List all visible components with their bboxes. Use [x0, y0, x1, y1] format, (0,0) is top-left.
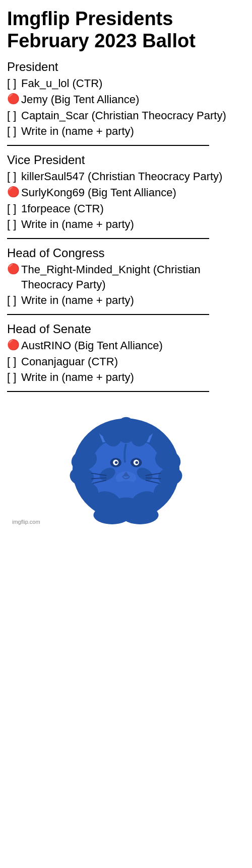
section-president: President [ ] Fak_u_lol (CTR) 🔴 Jemy (Bi…	[7, 60, 245, 139]
logo-section: imgflip.com	[7, 399, 245, 535]
svg-rect-38	[103, 511, 149, 520]
radio-filled-icon: 🔴	[7, 185, 20, 199]
candidate-label: Conanjaguar (CTR)	[21, 354, 118, 369]
svg-point-23	[115, 461, 118, 464]
list-item[interactable]: [ ] 1forpeace (CTR)	[7, 201, 245, 216]
section-title-vice-president: Vice President	[7, 153, 245, 167]
list-item[interactable]: 🔴 AustRINO (Big Tent Alliance)	[7, 338, 245, 353]
list-item[interactable]: [ ] Fak_u_lol (CTR)	[7, 76, 245, 91]
checkbox-icon: [ ]	[7, 124, 20, 139]
candidate-label: killerSaul547 (Christian Theocracy Party…	[21, 169, 222, 184]
radio-filled-icon: 🔴	[7, 92, 20, 106]
list-item[interactable]: [ ] Write in (name + party)	[7, 293, 245, 308]
checkbox-icon: [ ]	[7, 201, 20, 216]
list-item[interactable]: 🔴 SurlyKong69 (Big Tent Alliance)	[7, 185, 245, 200]
candidate-label: 1forpeace (CTR)	[21, 201, 104, 216]
section-title-president: President	[7, 60, 245, 74]
candidate-label: Write in (name + party)	[21, 370, 134, 385]
svg-point-29	[114, 481, 138, 494]
checkbox-icon: [ ]	[7, 169, 20, 184]
divider	[7, 314, 209, 315]
candidate-label: AustRINO (Big Tent Alliance)	[21, 338, 163, 353]
page-title: Imgflip Presidents February 2023 Ballot	[7, 8, 245, 52]
candidate-label: Captain_Scar (Christian Theocracy Party)	[21, 108, 226, 123]
section-head-of-congress: Head of Congress 🔴 The_Right-Minded_Knig…	[7, 246, 245, 308]
radio-filled-icon: 🔴	[7, 262, 20, 276]
list-item[interactable]: [ ] killerSaul547 (Christian Theocracy P…	[7, 169, 245, 184]
list-item[interactable]: 🔴 The_Right-Minded_Knight (Christian The…	[7, 262, 245, 292]
checkbox-icon: [ ]	[7, 293, 20, 308]
checkbox-icon: [ ]	[7, 76, 20, 91]
section-head-of-senate: Head of Senate 🔴 AustRINO (Big Tent Alli…	[7, 322, 245, 385]
checkbox-icon: [ ]	[7, 217, 20, 232]
radio-filled-icon: 🔴	[7, 338, 20, 352]
svg-point-24	[135, 461, 138, 464]
candidate-label: SurlyKong69 (Big Tent Alliance)	[21, 185, 176, 200]
candidate-label: The_Right-Minded_Knight (Christian Theoc…	[21, 262, 245, 292]
page: Imgflip Presidents February 2023 Ballot …	[0, 0, 252, 540]
divider	[7, 238, 209, 239]
lion-logo	[55, 409, 197, 530]
watermark: imgflip.com	[12, 519, 40, 525]
section-vice-president: Vice President [ ] killerSaul547 (Christ…	[7, 153, 245, 232]
candidate-label: Write in (name + party)	[21, 217, 134, 232]
checkbox-icon: [ ]	[7, 354, 20, 369]
section-title-head-of-congress: Head of Congress	[7, 246, 245, 260]
candidate-label: Write in (name + party)	[21, 124, 134, 139]
list-item[interactable]: [ ] Conanjaguar (CTR)	[7, 354, 245, 369]
checkbox-icon: [ ]	[7, 370, 20, 385]
candidate-label: Fak_u_lol (CTR)	[21, 76, 102, 91]
list-item[interactable]: 🔴 Jemy (Big Tent Alliance)	[7, 92, 245, 107]
divider	[7, 145, 209, 146]
list-item[interactable]: [ ] Write in (name + party)	[7, 370, 245, 385]
checkbox-icon: [ ]	[7, 108, 20, 123]
list-item[interactable]: [ ] Write in (name + party)	[7, 124, 245, 139]
candidate-label: Write in (name + party)	[21, 293, 134, 308]
candidate-label: Jemy (Big Tent Alliance)	[21, 92, 139, 107]
section-title-head-of-senate: Head of Senate	[7, 322, 245, 336]
divider	[7, 391, 209, 392]
list-item[interactable]: [ ] Write in (name + party)	[7, 217, 245, 232]
list-item[interactable]: [ ] Captain_Scar (Christian Theocracy Pa…	[7, 108, 245, 123]
